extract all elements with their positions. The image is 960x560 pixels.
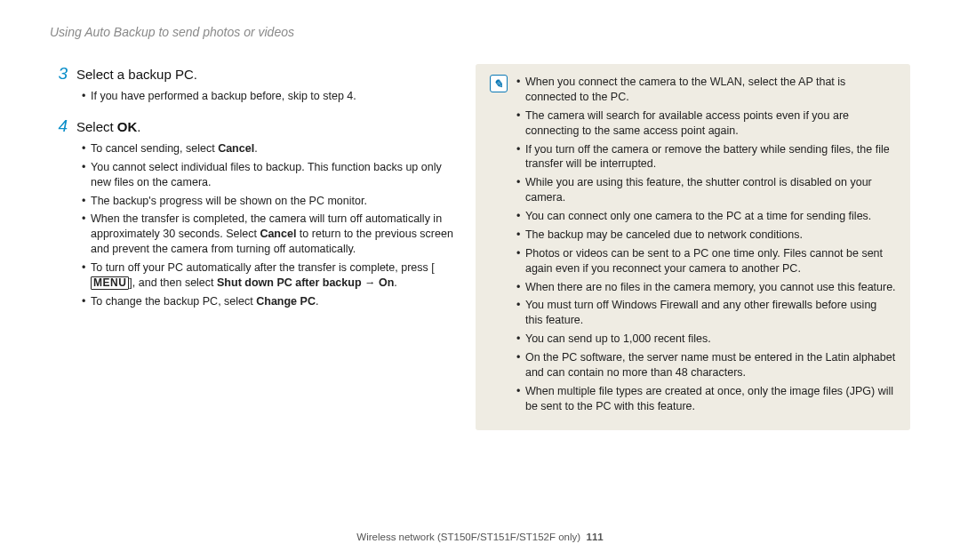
right-column: ✎ When you connect the camera to the WLA… — [476, 64, 910, 430]
note-box: ✎ When you connect the camera to the WLA… — [476, 64, 910, 430]
page-header: Using Auto Backup to send photos or vide… — [50, 25, 910, 39]
note-item: You can send up to 1,000 recent files. — [516, 332, 896, 347]
step-4: 4Select OK.To cancel sending, select Can… — [50, 116, 454, 309]
note-item: The backup may be canceled due to networ… — [516, 228, 896, 243]
note-item: Photos or videos can be sent to a PC one… — [516, 246, 896, 276]
bullet-item: The backup's progress will be shown on t… — [82, 194, 454, 209]
step-bullets: If you have performed a backup before, s… — [50, 89, 454, 104]
note-item: When multiple file types are created at … — [516, 384, 896, 414]
note-list: When you connect the camera to the WLAN,… — [516, 75, 896, 418]
note-item: If you turn off the camera or remove the… — [516, 142, 896, 172]
note-item: On the PC software, the server name must… — [516, 350, 896, 380]
bullet-item: To change the backup PC, select Change P… — [82, 294, 454, 309]
note-item: You can connect only one camera to the P… — [516, 209, 896, 224]
step-bullets: To cancel sending, select Cancel.You can… — [50, 141, 454, 309]
page-footer: Wireless network (ST150F/ST151F/ST152F o… — [0, 532, 960, 542]
note-icon: ✎ — [490, 75, 508, 92]
step-title: Select OK. — [76, 119, 141, 134]
bullet-item: To cancel sending, select Cancel. — [82, 141, 454, 156]
bullet-item: If you have performed a backup before, s… — [82, 89, 454, 104]
note-item: While you are using this feature, the sh… — [516, 175, 896, 205]
page-number: 111 — [587, 532, 604, 542]
note-item: You must turn off Windows Firewall and a… — [516, 298, 896, 328]
step-title-line: 4Select OK. — [50, 116, 454, 136]
step-title-line: 3Select a backup PC. — [50, 64, 454, 84]
note-item: The camera will search for available acc… — [516, 108, 896, 139]
manual-page: Using Auto Backup to send photos or vide… — [0, 0, 960, 560]
note-item: When there are no files in the camera me… — [516, 280, 896, 295]
bullet-item: When the transfer is completed, the came… — [82, 212, 454, 257]
step-number: 3 — [50, 64, 68, 84]
footer-section: Wireless network (ST150F/ST151F/ST152F o… — [356, 532, 580, 542]
step-number: 4 — [50, 116, 68, 136]
step-3: 3Select a backup PC.If you have performe… — [50, 64, 454, 104]
note-item: When you connect the camera to the WLAN,… — [516, 75, 896, 105]
bullet-item: You cannot select individual files to ba… — [82, 160, 454, 190]
left-column: 3Select a backup PC.If you have performe… — [50, 64, 454, 430]
content-columns: 3Select a backup PC.If you have performe… — [50, 64, 910, 430]
step-title: Select a backup PC. — [76, 67, 197, 82]
bullet-item: To turn off your PC automatically after … — [82, 260, 454, 291]
